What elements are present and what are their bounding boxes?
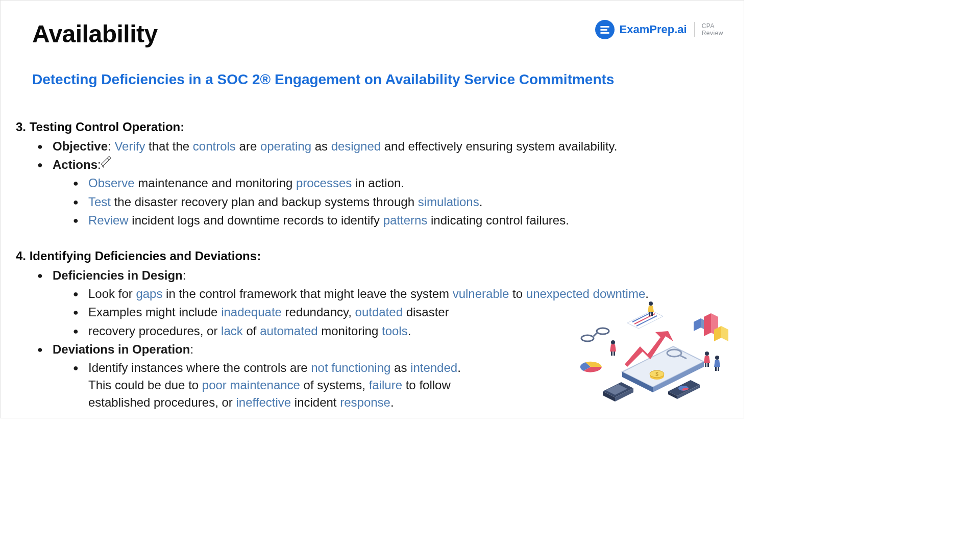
objective-line: ● Objective: Verify that the controls ar… <box>16 138 723 155</box>
section-3-heading: 3. Testing Control Operation: <box>16 118 723 136</box>
brand-subtitle: CPA Review <box>702 22 723 37</box>
svg-point-38 <box>715 356 719 360</box>
svg-rect-37 <box>707 363 709 367</box>
svg-rect-40 <box>718 367 719 371</box>
action-observe: ● Observe maintenance and monitoring pro… <box>16 174 723 192</box>
svg-marker-6 <box>694 318 701 331</box>
brand-logo-icon <box>595 20 615 39</box>
svg-marker-11 <box>721 326 728 341</box>
deficiencies-design-line: ● Deficiencies in Design: <box>16 267 723 284</box>
svg-point-21 <box>597 328 609 334</box>
pencil-cursor-icon <box>101 156 114 169</box>
svg-point-35 <box>705 352 709 356</box>
objective-label: Objective <box>53 139 108 153</box>
action-test: ● Test the disaster recovery plan and ba… <box>16 193 723 211</box>
deviations-operation-label: Deviations in Operation <box>53 342 190 356</box>
slide-subtitle: Detecting Deficiencies in a SOC 2® Engag… <box>1 48 744 88</box>
page-title: Availability <box>32 20 158 48</box>
svg-marker-8 <box>704 313 711 336</box>
svg-marker-23 <box>627 311 663 329</box>
svg-point-32 <box>649 302 653 306</box>
svg-rect-33 <box>649 312 650 316</box>
analytics-isometric-illustration-icon: $ <box>566 300 729 408</box>
svg-rect-34 <box>651 312 653 316</box>
svg-line-22 <box>594 333 597 336</box>
actions-label: Actions <box>53 158 97 171</box>
section-4-heading: 4. Identifying Deficiencies and Deviatio… <box>16 247 723 265</box>
action-review: ● Review incident logs and downtime reco… <box>16 212 723 229</box>
brand-name: ExamPrep.ai <box>620 23 687 36</box>
svg-rect-39 <box>715 367 717 371</box>
slide-header: Availability ExamPrep.ai CPA Review <box>1 1 744 48</box>
brand-divider <box>694 22 695 37</box>
actions-line: ● Actions: <box>16 156 723 173</box>
svg-rect-36 <box>705 363 706 367</box>
brand-logo-area: ExamPrep.ai CPA Review <box>595 20 723 39</box>
svg-point-20 <box>581 335 594 341</box>
svg-rect-30 <box>611 352 612 356</box>
svg-text:$: $ <box>655 371 658 377</box>
svg-point-29 <box>611 340 615 344</box>
svg-rect-31 <box>614 352 615 356</box>
deficiencies-design-label: Deficiencies in Design <box>53 268 183 282</box>
